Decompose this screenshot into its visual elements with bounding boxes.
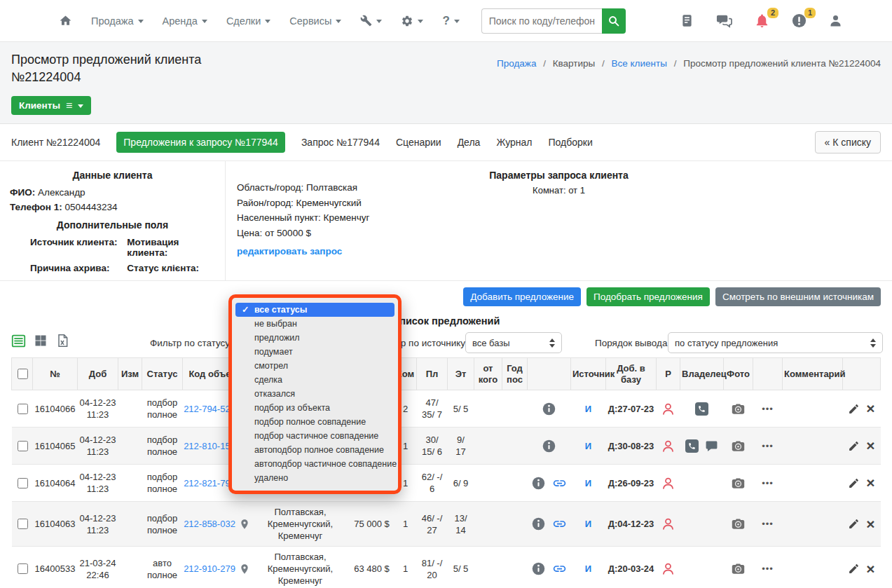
status-option[interactable]: отказался: [235, 387, 394, 401]
home-button[interactable]: [59, 14, 72, 27]
link-chain-icon[interactable]: [552, 476, 567, 491]
edit-pencil-icon[interactable]: [848, 403, 860, 415]
map-marker-icon[interactable]: [239, 519, 250, 530]
row-checkbox[interactable]: [18, 441, 28, 451]
camera-icon[interactable]: [731, 562, 746, 575]
more-actions-icon[interactable]: •••: [753, 428, 783, 465]
edit-request-link[interactable]: редактировать запрос: [237, 244, 342, 259]
menu-prodazha[interactable]: Продажа: [91, 15, 144, 27]
object-code-link[interactable]: 212-821-791: [184, 478, 235, 488]
object-code-link[interactable]: 212-858-032: [184, 519, 235, 529]
info-icon[interactable]: [531, 476, 546, 491]
object-code-link[interactable]: 212-810-153: [184, 441, 235, 451]
grid-view-icon[interactable]: [34, 334, 48, 348]
status-option[interactable]: удалено: [235, 471, 394, 485]
excel-export-icon[interactable]: [55, 333, 69, 348]
delete-icon[interactable]: ×: [866, 477, 874, 489]
info-icon[interactable]: [542, 402, 556, 416]
tab-scenarios[interactable]: Сценарии: [396, 137, 441, 148]
row-checkbox[interactable]: [18, 519, 28, 529]
more-actions-icon[interactable]: •••: [753, 547, 783, 588]
status-option[interactable]: предложил: [235, 331, 394, 345]
status-option[interactable]: сделка: [235, 373, 394, 387]
camera-icon[interactable]: [731, 439, 746, 453]
breadcrumb-link[interactable]: Все клиенты: [612, 58, 667, 69]
status-option[interactable]: подбор из объекта: [235, 401, 394, 415]
tab-journal[interactable]: Журнал: [496, 137, 532, 148]
status-option[interactable]: автоподбор полное совпадение: [235, 443, 394, 457]
more-actions-icon[interactable]: •••: [753, 465, 783, 502]
edit-pencil-icon[interactable]: [848, 477, 860, 489]
row-checkbox[interactable]: [18, 404, 28, 414]
select-all-checkbox[interactable]: [18, 369, 28, 379]
add-offer-button[interactable]: Добавить предложение: [463, 287, 581, 306]
camera-icon[interactable]: [731, 402, 746, 416]
tab-collections[interactable]: Подборки: [549, 137, 593, 148]
status-option[interactable]: не выбран: [235, 317, 394, 331]
camera-icon[interactable]: [731, 517, 746, 531]
tab-request[interactable]: Запрос №177944: [301, 137, 380, 148]
menu-sdelki[interactable]: Сделки: [226, 15, 270, 27]
clients-menu-button[interactable]: Клиенты ≡: [11, 96, 91, 115]
menu-settings[interactable]: [401, 15, 423, 27]
menu-tools[interactable]: [360, 15, 382, 27]
menu-help[interactable]: ?: [442, 14, 459, 28]
owner-person-icon[interactable]: [661, 439, 675, 453]
back-to-list-button[interactable]: « К списку: [815, 131, 881, 153]
status-option[interactable]: смотрел: [235, 359, 394, 373]
object-code-link[interactable]: 212-910-279: [184, 563, 235, 574]
object-code-link[interactable]: 212-794-521: [184, 404, 235, 414]
table-view-icon[interactable]: [11, 334, 26, 348]
journal-icon[interactable]: [680, 13, 694, 28]
status-option[interactable]: автоподбор частичное совпадение: [235, 457, 394, 471]
alerts-icon[interactable]: 1: [791, 13, 807, 29]
link-chain-icon[interactable]: [552, 517, 567, 531]
external-sources-button[interactable]: Смотреть по внешним источникам: [715, 287, 881, 306]
status-option[interactable]: подбор частичное совпадение: [235, 429, 394, 443]
link-chain-icon[interactable]: [552, 561, 567, 576]
order-select[interactable]: по статусу предложения: [668, 332, 883, 353]
row-checkbox[interactable]: [18, 478, 28, 488]
delete-icon[interactable]: ×: [866, 518, 874, 531]
profile-icon[interactable]: [828, 13, 843, 28]
status-option[interactable]: подбор полное совпадение: [235, 415, 394, 429]
tab-offers-active[interactable]: Предложения к запросу №177944: [116, 132, 285, 153]
breadcrumb-link[interactable]: Продажа: [497, 58, 536, 69]
more-actions-icon[interactable]: •••: [753, 502, 783, 547]
tab-deals[interactable]: Дела: [458, 137, 481, 148]
menu-servisy[interactable]: Сервисы: [289, 15, 341, 27]
messages-icon[interactable]: [715, 13, 733, 29]
filter-source-select[interactable]: все базы: [465, 332, 562, 353]
cell-dob: 04-12-23 11:23: [78, 390, 118, 428]
owner-person-icon[interactable]: [661, 561, 675, 576]
owner-person-icon[interactable]: [661, 517, 675, 531]
map-marker-icon[interactable]: [239, 563, 250, 575]
cell-izm: [118, 547, 142, 588]
edit-pencil-icon[interactable]: [848, 563, 860, 575]
info-icon[interactable]: [542, 439, 556, 453]
owner-person-icon[interactable]: [661, 476, 675, 491]
phone-icon[interactable]: [685, 439, 699, 453]
search-button[interactable]: [602, 8, 626, 34]
status-option[interactable]: подумает: [235, 345, 394, 359]
info-icon[interactable]: [531, 561, 546, 576]
match-offers-button[interactable]: Подобрать предложения: [586, 287, 710, 306]
comment-bubble-icon[interactable]: [705, 439, 718, 453]
info-icon[interactable]: [531, 517, 546, 531]
phone-icon[interactable]: [695, 402, 708, 416]
table-header-row: № Доб Изм Статус Код объекта Ком Пл Эт о…: [12, 358, 881, 390]
owner-person-icon[interactable]: [661, 402, 675, 416]
row-checkbox[interactable]: [18, 563, 28, 574]
menu-arenda[interactable]: Аренда: [163, 15, 207, 27]
status-option-selected[interactable]: ✓все статусы: [235, 303, 394, 317]
search-input[interactable]: [481, 8, 602, 34]
delete-icon[interactable]: ×: [866, 402, 874, 415]
camera-icon[interactable]: [731, 477, 746, 490]
delete-icon[interactable]: ×: [866, 439, 874, 452]
edit-pencil-icon[interactable]: [848, 518, 860, 530]
delete-icon[interactable]: ×: [866, 563, 874, 575]
tab-client[interactable]: Клиент №21224004: [11, 137, 100, 148]
edit-pencil-icon[interactable]: [848, 440, 860, 452]
notifications-bell-icon[interactable]: 2: [754, 13, 770, 29]
more-actions-icon[interactable]: •••: [753, 390, 783, 428]
